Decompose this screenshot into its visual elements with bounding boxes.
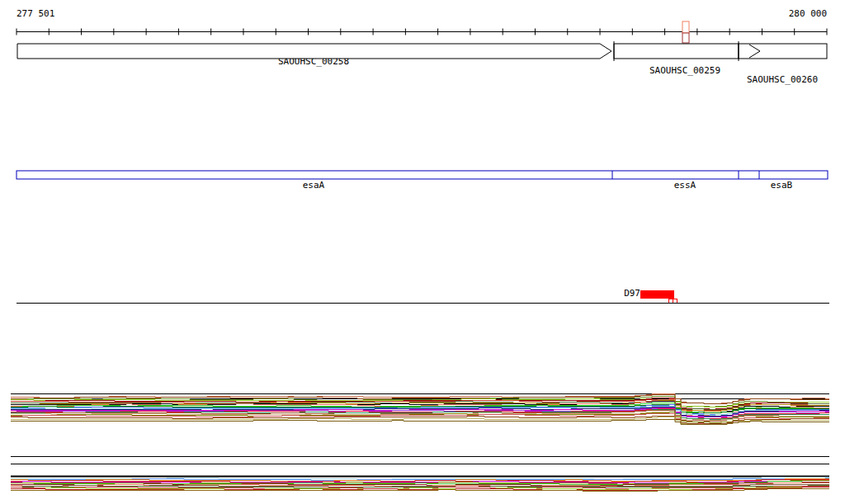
gene-track[interactable] — [17, 41, 827, 61]
feature-track-bar[interactable] — [17, 171, 828, 179]
gene-box-saouhsc-00259[interactable] — [614, 44, 739, 59]
browser-canvas — [0, 0, 845, 504]
gene-arrow-saouhsc-00258[interactable] — [17, 44, 611, 59]
feature-track[interactable] — [17, 171, 828, 179]
insertion-marker-top-box[interactable] — [682, 21, 689, 33]
ruler-track[interactable] — [17, 29, 827, 35]
annotation-track[interactable] — [17, 290, 829, 304]
d97-red-bar[interactable] — [640, 290, 674, 299]
coverage-plot-lower[interactable] — [11, 457, 829, 492]
genome-browser: { "ruler": { "start_label": "277 501", "… — [0, 0, 845, 504]
d97-small-box-1 — [669, 299, 673, 304]
insertion-marker-bottom-box[interactable] — [682, 33, 689, 43]
insertion-site-marker[interactable] — [682, 21, 689, 43]
coverage-plot-upper[interactable] — [11, 394, 829, 425]
d97-small-box-2 — [673, 299, 677, 304]
